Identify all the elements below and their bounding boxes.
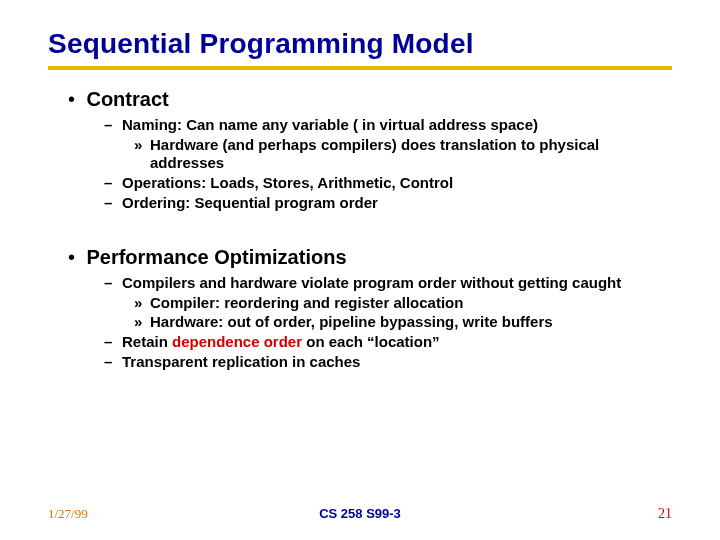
bullet-perfopt: • Performance Optimizations <box>68 246 672 268</box>
bullet-text: Contract <box>86 88 168 110</box>
sub-bullet: – Retain dependence order on each “locat… <box>104 333 672 351</box>
spacer <box>68 214 672 244</box>
title-rule <box>48 66 672 70</box>
raquo-icon: » <box>134 136 150 172</box>
raquo-icon: » <box>134 313 150 331</box>
footer: 1/27/99 CS 258 S99-3 21 <box>48 506 672 522</box>
sub-text: Ordering: Sequential program order <box>122 194 378 212</box>
subsub-text: Hardware (and perhaps compilers) does tr… <box>150 136 672 172</box>
bullet-contract: • Contract <box>68 88 672 110</box>
subsub-bullet: » Hardware (and perhaps compilers) does … <box>134 136 672 172</box>
t-red: dependence order <box>172 333 302 350</box>
subsub-bullet: » Compiler: reordering and register allo… <box>134 294 672 312</box>
dash-icon: – <box>104 194 122 212</box>
footer-date: 1/27/99 <box>48 506 88 522</box>
raquo-icon: » <box>134 294 150 312</box>
bullet-text: Performance Optimizations <box>86 246 346 268</box>
subsub-text: Hardware: out of order, pipeline bypassi… <box>150 313 553 331</box>
subsub-bullet: » Hardware: out of order, pipeline bypas… <box>134 313 672 331</box>
bullet-dot: • <box>68 88 82 110</box>
dash-icon: – <box>104 353 122 371</box>
slide-content: • Contract – Naming: Can name any variab… <box>48 88 672 371</box>
sub-text: Transparent replication in caches <box>122 353 360 371</box>
footer-course: CS 258 S99-3 <box>319 506 401 521</box>
t-post: on each “location” <box>302 333 440 350</box>
sub-bullet: – Transparent replication in caches <box>104 353 672 371</box>
sub-text: Retain dependence order on each “locatio… <box>122 333 440 351</box>
bullet-dot: • <box>68 246 82 268</box>
t-pre: Retain <box>122 333 172 350</box>
subsub-text: Compiler: reordering and register alloca… <box>150 294 463 312</box>
dash-icon: – <box>104 116 122 134</box>
dash-icon: – <box>104 333 122 351</box>
dash-icon: – <box>104 174 122 192</box>
sub-bullet: – Ordering: Sequential program order <box>104 194 672 212</box>
sub-text: Naming: Can name any variable ( in virtu… <box>122 116 538 134</box>
sub-text: Compilers and hardware violate program o… <box>122 274 621 292</box>
dash-icon: – <box>104 274 122 292</box>
sub-text: Operations: Loads, Stores, Arithmetic, C… <box>122 174 453 192</box>
sub-bullet: – Compilers and hardware violate program… <box>104 274 672 292</box>
footer-page: 21 <box>658 506 672 522</box>
sub-bullet: – Operations: Loads, Stores, Arithmetic,… <box>104 174 672 192</box>
sub-bullet: – Naming: Can name any variable ( in vir… <box>104 116 672 134</box>
slide-title: Sequential Programming Model <box>48 28 672 60</box>
slide: Sequential Programming Model • Contract … <box>0 0 720 371</box>
